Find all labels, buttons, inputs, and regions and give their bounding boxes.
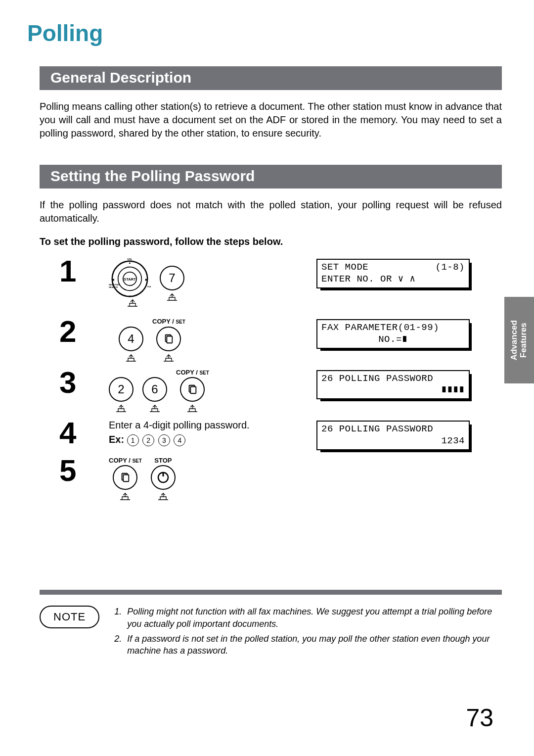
stop-icon (151, 465, 176, 490)
note-item: Polling might not function with all fax … (127, 606, 502, 630)
svg-text:FUNCTION: FUNCTION (147, 285, 151, 288)
step-2-number: 2 (40, 316, 109, 347)
copy-set-icon (180, 377, 205, 402)
svg-rect-17 (124, 475, 129, 482)
step-5-number: 5 (40, 455, 109, 486)
password-instruction: To set the polling password, follow the … (40, 235, 502, 248)
key-copy-set: COPY / SET (176, 369, 209, 413)
set-label: SET (132, 458, 141, 464)
page: Advanced Features Polling General Descri… (0, 0, 534, 756)
note-item: If a password is not set in the polled s… (127, 633, 502, 657)
copy-set-icon (113, 465, 137, 490)
password-intro: If the polling password does not match w… (40, 198, 502, 225)
lcd-text: NO.=∎ (321, 334, 465, 346)
ex-label: Ex: (109, 434, 124, 445)
note-block: NOTE 1.Polling might not function with a… (40, 606, 502, 660)
step-5: 5 COPY / SET STOP (40, 455, 502, 501)
svg-text:DIRECTORY: DIRECTORY (109, 284, 120, 286)
key-6: 6 (142, 369, 167, 413)
lcd-text: (1-8) (435, 262, 465, 274)
step-4-text: Enter a 4-digit polling password. (109, 420, 316, 431)
lcd-text: 1234 (321, 435, 465, 447)
copy-label: COPY / (152, 318, 176, 325)
step-3: 3 2 6 COPY (40, 367, 502, 413)
lcd-text: ∎∎∎∎ (321, 384, 465, 396)
content-area: Polling General Description Polling mean… (40, 20, 502, 660)
ex-digit: 2 (142, 434, 154, 446)
note-label: NOTE (40, 606, 99, 628)
svg-text:▲: ▲ (129, 261, 132, 264)
svg-rect-13 (167, 336, 173, 343)
lcd-text: FAX PARAMETER(01-99) (321, 322, 439, 334)
key-4: 4 (119, 318, 143, 362)
general-description-body: Polling means calling other station(s) t… (40, 100, 502, 140)
lcd-text: 26 POLLING PASSWORD (321, 424, 433, 435)
ex-digit: 3 (158, 434, 170, 446)
step-2: 2 4 COPY / SET (40, 316, 502, 362)
key-2: 2 (109, 369, 134, 413)
key-7: 7 (160, 266, 184, 301)
section-password-heading: Setting the Polling Password (40, 165, 502, 189)
svg-text:START: START (124, 277, 136, 282)
lcd-text: 26 POLLING PASSWORD (321, 373, 433, 385)
dial-control-icon: START ▲ VOL ▼ ▶ ◀ FUNCTION DIRECTORY SEA… (109, 258, 151, 300)
page-title: Polling (27, 20, 502, 47)
copy-set-icon (156, 327, 181, 351)
lcd-step-2: FAX PARAMETER(01-99) NO.=∎ (316, 319, 470, 349)
svg-text:◀: ◀ (111, 278, 114, 281)
svg-text:SEARCH: SEARCH (109, 286, 118, 288)
footer-rule (40, 590, 502, 595)
lcd-step-1: SET MODE (1-8) ENTER NO. OR ∨ ∧ (316, 259, 470, 288)
svg-rect-15 (191, 387, 196, 394)
steps-block: 1 START ▲ VOL (40, 256, 502, 501)
key-7-button: 7 (160, 266, 184, 290)
step-3-number: 3 (40, 367, 109, 398)
page-number: 73 (466, 704, 493, 732)
side-tab-line1: Advanced (510, 320, 519, 360)
svg-text:VOL: VOL (127, 258, 132, 261)
section-general-heading: General Description (40, 66, 502, 90)
set-label: SET (176, 319, 185, 325)
copy-label: COPY / (176, 369, 199, 376)
set-label: SET (199, 370, 209, 376)
side-tab-line2: Features (519, 320, 529, 360)
step-4-number: 4 (40, 418, 109, 448)
lcd-step-4: 26 POLLING PASSWORD 1234 (316, 421, 470, 450)
svg-text:▶: ▶ (145, 278, 148, 281)
side-tab-advanced-features: Advanced Features (504, 297, 534, 383)
ex-digit: 4 (174, 434, 185, 446)
key-stop: STOP (151, 457, 176, 501)
stop-label: STOP (154, 457, 172, 464)
key-copy-set: COPY / SET (109, 457, 142, 501)
step-4: 4 Enter a 4-digit polling password. Ex: … (40, 418, 502, 450)
copy-label: COPY / (109, 457, 132, 464)
press-icon (162, 291, 182, 301)
ex-digit: 1 (127, 434, 139, 446)
step-1: 1 START ▲ VOL (40, 256, 502, 311)
lcd-text: SET MODE (321, 262, 368, 274)
lcd-text: ENTER NO. OR ∨ ∧ (321, 274, 465, 285)
step-1-number: 1 (40, 256, 109, 286)
lcd-step-3: 26 POLLING PASSWORD ∎∎∎∎ (316, 370, 470, 400)
key-copy-set: COPY / SET (152, 318, 185, 362)
note-list: 1.Polling might not function with all fa… (114, 606, 502, 660)
